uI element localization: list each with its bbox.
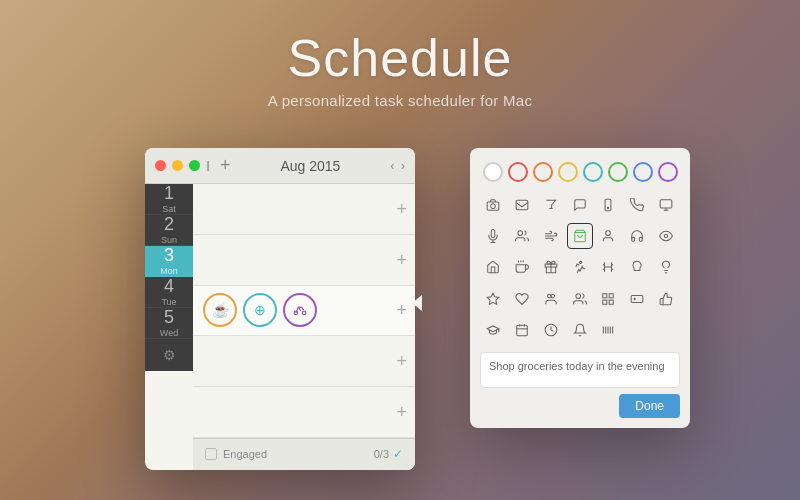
grid-icon-thumbsup[interactable] — [653, 286, 679, 312]
grid-icon-graduation[interactable] — [480, 317, 506, 343]
task-row-sat: + — [193, 184, 415, 235]
day-item-sat[interactable]: 1 Sat — [145, 184, 193, 215]
grid-icon-dumbbell[interactable] — [595, 254, 621, 280]
grid-icon-heart[interactable] — [509, 286, 535, 312]
icon-picker-panel: Shop groceries today in the evening Done — [470, 148, 690, 428]
day-item-tue[interactable]: 4 Tue — [145, 277, 193, 308]
grid-icon-bell[interactable] — [567, 317, 593, 343]
grid-icon-clock[interactable] — [538, 317, 564, 343]
app-window: Ⅰ + Aug 2015 ‹ › 1 Sat 2 Sun 3 Mon — [145, 148, 415, 470]
nav-next-button[interactable]: › — [401, 158, 405, 173]
grid-icon-headphones[interactable] — [624, 223, 650, 249]
svg-point-22 — [551, 294, 555, 298]
done-button[interactable]: Done — [619, 394, 680, 418]
add-task-sun[interactable]: + — [396, 251, 407, 269]
grid-icon-calendar[interactable] — [509, 317, 535, 343]
svg-marker-20 — [487, 293, 499, 304]
grid-icon-coffee[interactable] — [509, 254, 535, 280]
add-task-sat[interactable]: + — [396, 200, 407, 218]
grid-icon-gift[interactable] — [538, 254, 564, 280]
svg-rect-27 — [610, 300, 614, 304]
mon-task-icons: ☕ ⊕ — [203, 293, 317, 327]
swatch-orange[interactable] — [533, 162, 553, 182]
notes-area[interactable]: Shop groceries today in the evening — [480, 352, 680, 388]
nav-prev-button[interactable]: ‹ — [390, 158, 394, 173]
svg-rect-4 — [516, 200, 528, 209]
add-task-mon[interactable]: + — [396, 301, 407, 319]
grid-icon-lightbulb[interactable] — [653, 254, 679, 280]
swatch-red[interactable] — [508, 162, 528, 182]
grid-icon-cocktail[interactable] — [538, 192, 564, 218]
day-sidebar: 1 Sat 2 Sun 3 Mon 4 Tue 5 Wed — [145, 184, 193, 339]
add-task-button[interactable]: + — [220, 155, 231, 176]
footer-bar: Engaged 0/3 ✓ — [193, 438, 415, 470]
grid-icon-user[interactable] — [595, 223, 621, 249]
titlebar: Ⅰ + Aug 2015 ‹ › — [145, 148, 415, 184]
svg-rect-5 — [606, 199, 612, 211]
svg-point-23 — [575, 293, 580, 298]
close-button[interactable] — [155, 160, 166, 171]
grid-icon-camera[interactable] — [480, 192, 506, 218]
page-subtitle: A personalized task scheduler for Mac — [0, 92, 800, 109]
swatch-yellow[interactable] — [558, 162, 578, 182]
grid-icon-chart2[interactable] — [595, 286, 621, 312]
svg-point-8 — [518, 231, 523, 236]
settings-button[interactable]: ⚙ — [145, 339, 193, 371]
grid-icon-barcode[interactable] — [595, 317, 621, 343]
grid-icon-star[interactable] — [480, 286, 506, 312]
task-fitness-icon[interactable]: ⊕ — [243, 293, 277, 327]
settings-icon: ⚙ — [163, 347, 176, 363]
svg-point-21 — [547, 294, 551, 298]
task-row-mon: ☕ ⊕ + — [193, 286, 415, 337]
task-row-wed: + — [193, 387, 415, 438]
task-bike-icon[interactable] — [283, 293, 317, 327]
grid-icon-home[interactable] — [480, 254, 506, 280]
calendar-body: 1 Sat 2 Sun 3 Mon 4 Tue 5 Wed — [145, 184, 415, 470]
picker-arrow — [412, 295, 422, 311]
minimize-button[interactable] — [172, 160, 183, 171]
svg-point-6 — [608, 207, 609, 208]
grid-icon-users2[interactable] — [567, 286, 593, 312]
task-row-sun: + — [193, 235, 415, 286]
icon-grid — [480, 192, 680, 346]
chart-icon[interactable]: Ⅰ — [206, 158, 210, 174]
day-item-mon[interactable]: 3 Mon — [145, 246, 193, 277]
svg-point-17 — [579, 262, 581, 264]
grid-icon-couple[interactable] — [538, 286, 564, 312]
grid-icon-people[interactable] — [509, 223, 535, 249]
swatch-purple[interactable] — [658, 162, 678, 182]
add-task-wed[interactable]: + — [396, 403, 407, 421]
swatch-teal[interactable] — [583, 162, 603, 182]
grid-icon-eye[interactable] — [653, 223, 679, 249]
swatch-blue[interactable] — [633, 162, 653, 182]
svg-point-10 — [606, 231, 611, 236]
svg-rect-24 — [603, 293, 607, 297]
swatch-green[interactable] — [608, 162, 628, 182]
svg-point-3 — [491, 204, 496, 209]
svg-point-11 — [664, 234, 668, 238]
grid-icon-chat[interactable] — [567, 192, 593, 218]
grid-icon-monitor[interactable] — [653, 192, 679, 218]
grid-icon-mic[interactable] — [480, 223, 506, 249]
maximize-button[interactable] — [189, 160, 200, 171]
engaged-checkbox[interactable] — [205, 448, 217, 460]
month-label: Aug 2015 — [237, 158, 385, 174]
grid-icon-gamepad[interactable] — [624, 286, 650, 312]
grid-icon-lamp[interactable] — [624, 254, 650, 280]
task-coffee-icon[interactable]: ☕ — [203, 293, 237, 327]
day-item-sun[interactable]: 2 Sun — [145, 215, 193, 246]
grid-icon-mail[interactable] — [509, 192, 535, 218]
svg-rect-29 — [517, 325, 528, 336]
day-item-wed[interactable]: 5 Wed — [145, 308, 193, 339]
grid-icon-oldphone[interactable] — [624, 192, 650, 218]
task-count: 0/3 — [374, 448, 389, 460]
task-area: + + ☕ ⊕ + + — [193, 184, 415, 470]
add-task-tue[interactable]: + — [396, 352, 407, 370]
grid-icon-phone[interactable] — [595, 192, 621, 218]
swatch-none[interactable] — [483, 162, 503, 182]
grid-icon-run[interactable] — [567, 254, 593, 280]
grid-icon-wind[interactable] — [538, 223, 564, 249]
grid-icon-cart[interactable] — [567, 223, 593, 249]
page-title: Schedule — [0, 0, 800, 88]
done-button-row: Done — [480, 394, 680, 418]
